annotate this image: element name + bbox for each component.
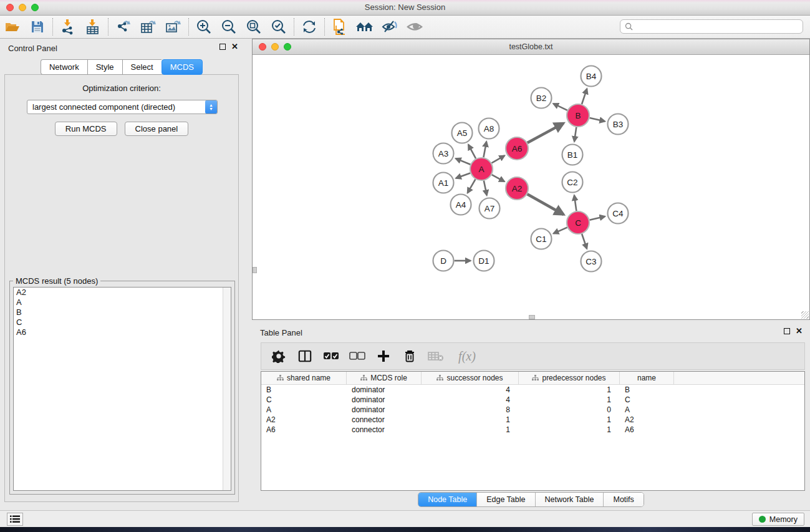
optimization-criterion-select[interactable]: largest connected component (directed) ▲… — [27, 100, 218, 114]
node-C3[interactable]: C3 — [581, 251, 602, 272]
column-header-shared-name[interactable]: shared name — [261, 372, 347, 384]
column-header-predecessor-nodes[interactable]: predecessor nodes — [519, 372, 620, 384]
import-table-button[interactable] — [80, 17, 105, 37]
table-cell[interactable]: 4 — [422, 385, 519, 395]
table-cell[interactable]: C — [620, 395, 674, 405]
result-item[interactable]: B — [14, 307, 231, 317]
table-cell[interactable]: C — [261, 395, 347, 405]
edge-A-A2[interactable] — [492, 175, 504, 181]
export-image-button[interactable] — [161, 17, 186, 37]
edge-A-A6[interactable] — [491, 155, 504, 163]
node-B3[interactable]: B3 — [608, 114, 629, 135]
deselect-all-rows-button[interactable] — [349, 347, 366, 365]
node-A1[interactable]: A1 — [433, 173, 454, 193]
resize-grip-icon[interactable] — [801, 311, 809, 319]
split-table-button[interactable] — [296, 347, 314, 365]
table-cell[interactable]: A — [620, 405, 674, 415]
task-history-button[interactable] — [7, 513, 23, 526]
tab-network-table[interactable]: Network Table — [536, 493, 604, 506]
table-cell[interactable]: dominator — [347, 385, 422, 395]
tab-select[interactable]: Select — [122, 59, 162, 75]
node-A3[interactable]: A3 — [433, 143, 454, 164]
node-D1[interactable]: D1 — [474, 251, 494, 271]
edge-A-A5[interactable] — [468, 145, 476, 158]
edge-C-C4[interactable] — [589, 216, 605, 220]
edge-A-A1[interactable] — [456, 173, 470, 178]
hide-panel-button[interactable] — [377, 17, 402, 37]
table-cell[interactable]: A — [261, 405, 347, 415]
table-cell[interactable]: connector — [347, 425, 422, 435]
table-row[interactable]: Cdominator41C — [261, 395, 804, 405]
tab-motifs[interactable]: Motifs — [604, 493, 643, 506]
table-cell[interactable]: A2 — [261, 415, 347, 425]
float-panel-icon[interactable] — [219, 44, 226, 50]
node-table[interactable]: shared name MCDS role successor nodes pr… — [261, 371, 805, 491]
node-B2[interactable]: B2 — [531, 88, 552, 109]
table-row[interactable]: A6connector11A6 — [261, 425, 804, 435]
home-button[interactable] — [352, 17, 377, 37]
table-cell[interactable]: B — [261, 385, 347, 395]
edge-C-C1[interactable] — [554, 228, 567, 234]
close-panel-button[interactable]: Close panel — [125, 122, 189, 136]
table-cell[interactable]: 1 — [519, 385, 620, 395]
close-panel-icon[interactable]: ✕ — [796, 328, 803, 334]
clone-network-button[interactable] — [327, 17, 352, 37]
edge-A-A4[interactable] — [468, 179, 476, 193]
tab-edge-table[interactable]: Edge Table — [477, 493, 535, 506]
table-cell[interactable]: dominator — [347, 405, 422, 415]
create-column-button[interactable] — [375, 347, 392, 365]
result-item[interactable]: A6 — [14, 327, 231, 337]
refresh-button[interactable] — [297, 17, 322, 37]
edge-C-C3[interactable] — [582, 234, 587, 249]
table-cell[interactable]: dominator — [347, 395, 422, 405]
function-builder-button[interactable]: f(x) — [453, 347, 481, 365]
node-A7[interactable]: A7 — [480, 198, 500, 219]
node-B1[interactable]: B1 — [562, 145, 583, 165]
table-cell[interactable]: 1 — [519, 425, 620, 435]
column-header-name[interactable]: name — [620, 372, 674, 384]
edge-A6-B[interactable] — [528, 123, 564, 143]
network-canvas[interactable]: AA1A2A3A4A5A6A7A8BB1B2B3B4CC1C2C3C4DD1 — [253, 56, 809, 319]
node-D[interactable]: D — [433, 251, 454, 271]
table-cell[interactable]: 4 — [422, 395, 519, 405]
result-item[interactable]: A2 — [14, 288, 231, 297]
show-panel-button[interactable] — [402, 17, 427, 37]
node-C2[interactable]: C2 — [562, 172, 583, 193]
node-B4[interactable]: B4 — [581, 66, 602, 87]
node-A8[interactable]: A8 — [479, 118, 499, 139]
node-C1[interactable]: C1 — [531, 229, 552, 249]
table-cell[interactable]: B — [620, 385, 674, 395]
search-input[interactable] — [636, 22, 798, 31]
table-cell[interactable]: A6 — [261, 425, 347, 435]
table-cell[interactable]: 0 — [519, 405, 620, 415]
scrollbar[interactable] — [223, 288, 231, 490]
mcds-result-list[interactable]: A2ABCA6 — [13, 287, 231, 491]
result-item[interactable]: A — [14, 297, 231, 307]
zoom-out-button[interactable] — [216, 17, 241, 37]
tab-network[interactable]: Network — [41, 59, 87, 75]
run-mcds-button[interactable]: Run MCDS — [55, 122, 117, 136]
table-cell[interactable]: 1 — [519, 395, 620, 405]
table-row[interactable]: A2connector11A2 — [261, 415, 804, 425]
delete-column-button[interactable] — [401, 347, 418, 365]
network-graph[interactable]: AA1A2A3A4A5A6A7A8BB1B2B3B4CC1C2C3C4DD1 — [253, 56, 809, 319]
float-panel-icon[interactable] — [784, 328, 790, 334]
table-cell[interactable]: A6 — [620, 425, 674, 435]
edge-B-B2[interactable] — [553, 104, 567, 110]
edge-A-A3[interactable] — [456, 158, 471, 165]
table-settings-button[interactable] — [270, 347, 287, 365]
select-all-rows-button[interactable] — [322, 347, 340, 365]
edge-B-B1[interactable] — [574, 127, 576, 142]
node-A6[interactable]: A6 — [506, 137, 528, 160]
table-cell[interactable]: 1 — [519, 415, 620, 425]
tab-style[interactable]: Style — [87, 59, 122, 75]
open-session-button[interactable] — [0, 17, 25, 37]
save-session-button[interactable] — [25, 17, 50, 37]
edge-B-B4[interactable] — [582, 89, 587, 104]
column-header-successor-nodes[interactable]: successor nodes — [422, 372, 519, 384]
node-A[interactable]: A — [470, 158, 493, 180]
export-network-button[interactable] — [111, 17, 136, 37]
delete-table-button[interactable] — [427, 347, 445, 365]
tab-node-table[interactable]: Node Table — [418, 493, 477, 506]
table-row[interactable]: Adominator80A — [261, 405, 804, 415]
